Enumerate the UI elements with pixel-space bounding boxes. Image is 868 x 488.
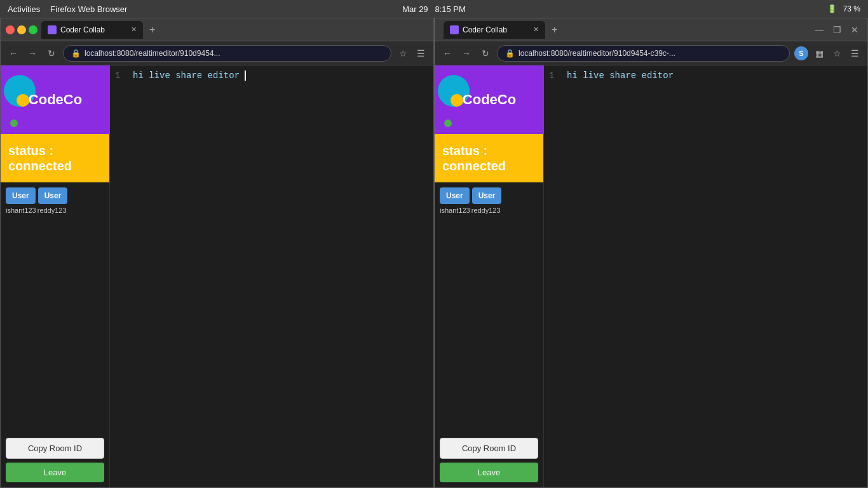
win-restore-right[interactable]: ❐ bbox=[829, 22, 844, 37]
forward-button-right[interactable]: → bbox=[459, 46, 474, 61]
tab-close-right[interactable]: ✕ bbox=[533, 25, 539, 34]
bookmark-button-left[interactable]: ☆ bbox=[395, 46, 410, 61]
browser-window-left: Coder Collab ✕ + ← → ↻ 🔒 localhost:8080/… bbox=[0, 18, 434, 488]
user-names-left: ishant123 reddy123 bbox=[6, 207, 104, 214]
date-label: Mar 29 bbox=[402, 4, 428, 14]
menu-button-right[interactable]: ☰ bbox=[847, 46, 862, 61]
os-topbar-center: Mar 29 8:15 PM bbox=[402, 4, 466, 14]
maximize-button-left[interactable] bbox=[29, 25, 37, 34]
user-badge-2-right[interactable]: User bbox=[472, 187, 502, 204]
reload-button-left[interactable]: ↻ bbox=[44, 46, 59, 61]
blob-2-left bbox=[17, 94, 29, 107]
editor-line-right: 1 hi live share editor bbox=[549, 71, 862, 81]
user-name-1-right: ishant123 bbox=[440, 207, 470, 214]
bookmark-button-right[interactable]: ☆ bbox=[829, 46, 844, 61]
browser-tabs-left: Coder Collab ✕ + bbox=[41, 21, 428, 39]
time-label: 8:15 PM bbox=[435, 4, 465, 14]
status-line1-left: status : bbox=[8, 144, 53, 158]
browser-tabs-right: Coder Collab ✕ + bbox=[444, 21, 808, 39]
battery-icon: 🔋 bbox=[827, 4, 837, 13]
close-button-left[interactable] bbox=[6, 25, 15, 34]
logo-area-right: CodeCo bbox=[435, 65, 544, 134]
activities-label[interactable]: Activities bbox=[8, 4, 40, 14]
blob-3-left bbox=[10, 119, 18, 127]
url-text-left: localhost:8080/realtimeditor/910d9454... bbox=[85, 49, 220, 58]
editor-area-right[interactable]: 1 hi live share editor bbox=[544, 65, 867, 487]
user-name-2-right: reddy123 bbox=[471, 207, 501, 214]
tab-favicon-right bbox=[450, 25, 459, 34]
lock-icon-right: 🔒 bbox=[505, 49, 515, 58]
bottom-actions-left: Copy Room ID Leave bbox=[1, 433, 109, 487]
leave-button-left[interactable]: Leave bbox=[6, 463, 104, 482]
address-bar-left[interactable]: 🔒 localhost:8080/realtimeditor/910d9454.… bbox=[63, 45, 391, 62]
copy-room-id-button-left[interactable]: Copy Room ID bbox=[6, 438, 104, 459]
battery-label: 73 % bbox=[843, 4, 860, 13]
back-button-left[interactable]: ← bbox=[6, 46, 21, 61]
tab-left-coder-collab[interactable]: Coder Collab ✕ bbox=[41, 21, 143, 39]
tab-add-left[interactable]: + bbox=[146, 24, 159, 36]
line-content-left: hi live share editor bbox=[133, 71, 246, 81]
tab-favicon-left bbox=[48, 25, 57, 34]
logo-text-right: CodeCo bbox=[463, 92, 516, 108]
logo-text-left: CodeCo bbox=[29, 92, 82, 108]
browser-nav-left: ← → ↻ 🔒 localhost:8080/realtimeditor/910… bbox=[1, 41, 433, 65]
copy-room-id-button-right[interactable]: Copy Room ID bbox=[440, 438, 538, 459]
users-area-right: User User ishant123 reddy123 bbox=[435, 182, 543, 219]
win-close-right[interactable]: ✕ bbox=[847, 22, 862, 37]
profile-avatar-right: S bbox=[794, 46, 808, 60]
blob-2-right bbox=[451, 94, 463, 107]
user-names-right: ishant123 reddy123 bbox=[440, 207, 538, 214]
user-name-1-left: ishant123 bbox=[6, 207, 36, 214]
os-topbar-right: 🔋 73 % bbox=[827, 4, 860, 13]
browser-titlebar-left: Coder Collab ✕ + bbox=[1, 18, 433, 41]
window-controls-left bbox=[6, 25, 37, 34]
status-line1-right: status : bbox=[442, 144, 487, 158]
tab-close-left[interactable]: ✕ bbox=[131, 25, 137, 34]
status-text-right: status : connected bbox=[442, 143, 536, 173]
status-area-right: status : connected bbox=[435, 134, 543, 182]
browser-window-right: Coder Collab ✕ + — ❐ ✕ ← → ↻ 🔒 localhost… bbox=[434, 18, 868, 488]
win-minimize-right[interactable]: — bbox=[811, 22, 827, 37]
status-line2-right: connected bbox=[442, 159, 506, 173]
tab-right-coder-collab[interactable]: Coder Collab ✕ bbox=[444, 21, 545, 39]
browser-nav-right: ← → ↻ 🔒 localhost:8080/realtimeditor/910… bbox=[435, 41, 867, 65]
logo-area-left: CodeCo bbox=[1, 65, 110, 134]
cursor-left bbox=[245, 71, 246, 81]
blob-3-right bbox=[444, 119, 452, 127]
app-content-right: CodeCo status : connected User User bbox=[435, 65, 867, 487]
browser-titlebar-right: Coder Collab ✕ + — ❐ ✕ bbox=[435, 18, 867, 41]
user-badge-2-left[interactable]: User bbox=[38, 187, 68, 204]
os-topbar: Activities Firefox Web Browser Mar 29 8:… bbox=[0, 0, 868, 18]
app-content-left: CodeCo status : connected User User bbox=[1, 65, 433, 487]
user-badge-1-right[interactable]: User bbox=[440, 187, 470, 204]
sidebar-left: CodeCo status : connected User User bbox=[1, 65, 110, 487]
editor-area-left[interactable]: 1 hi live share editor bbox=[110, 65, 433, 487]
tab-label-left: Coder Collab bbox=[60, 25, 105, 34]
minimize-button-left[interactable] bbox=[17, 25, 26, 34]
address-bar-right[interactable]: 🔒 localhost:8080/realtimeditor/910d9454-… bbox=[497, 45, 790, 62]
users-area-left: User User ishant123 reddy123 bbox=[1, 182, 109, 219]
tab-label-right: Coder Collab bbox=[463, 25, 507, 34]
user-badges-left: User User bbox=[6, 187, 104, 204]
status-line2-left: connected bbox=[8, 159, 72, 173]
reload-button-right[interactable]: ↻ bbox=[478, 46, 493, 61]
editor-text-left: hi live share editor bbox=[133, 71, 240, 81]
url-text-right: localhost:8080/realtimeditor/910d9454-c3… bbox=[519, 49, 675, 58]
nav-actions-right: S ▦ ☆ ☰ bbox=[794, 46, 862, 61]
menu-button-left[interactable]: ☰ bbox=[413, 46, 428, 61]
browsers-container: Coder Collab ✕ + ← → ↻ 🔒 localhost:8080/… bbox=[0, 18, 868, 488]
editor-line-left: 1 hi live share editor bbox=[115, 71, 428, 81]
sidebar-toggle-right[interactable]: ▦ bbox=[811, 46, 827, 61]
editor-text-right: hi live share editor bbox=[567, 71, 674, 81]
profile-button-right[interactable]: S bbox=[794, 46, 809, 61]
status-text-left: status : connected bbox=[8, 143, 102, 173]
back-button-right[interactable]: ← bbox=[440, 46, 455, 61]
forward-button-left[interactable]: → bbox=[25, 46, 40, 61]
leave-button-right[interactable]: Leave bbox=[440, 463, 538, 482]
os-topbar-left: Activities Firefox Web Browser bbox=[8, 4, 127, 14]
tab-add-right[interactable]: + bbox=[548, 24, 561, 36]
status-area-left: status : connected bbox=[1, 134, 109, 182]
line-number-right: 1 bbox=[549, 71, 559, 81]
user-badge-1-left[interactable]: User bbox=[6, 187, 36, 204]
window-actions-right: — ❐ ✕ bbox=[811, 22, 862, 37]
